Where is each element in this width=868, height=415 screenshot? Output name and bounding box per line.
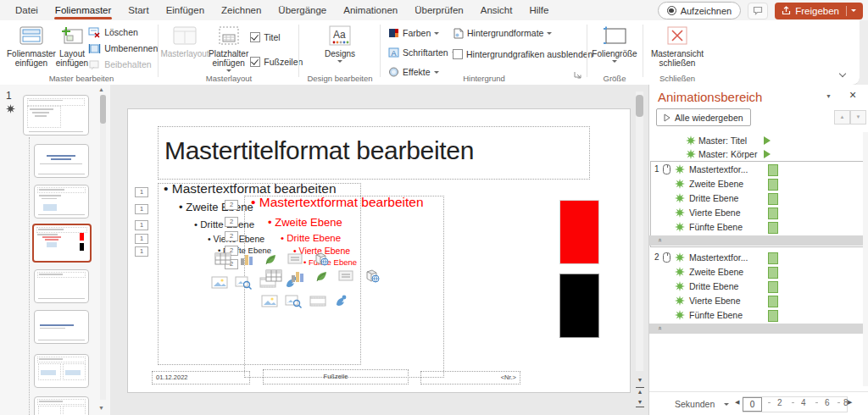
animation-number-badge[interactable]: 1 xyxy=(135,246,148,257)
scroll-up-icon[interactable]: ▲ xyxy=(98,86,104,92)
play-from-icon[interactable] xyxy=(764,136,771,145)
insert-layout-button[interactable]: Layout einfügen xyxy=(56,21,88,72)
insert-icons-icon[interactable] xyxy=(333,294,348,312)
animation-duration-bar[interactable] xyxy=(768,193,778,205)
thumbnail-scrollbar-track[interactable] xyxy=(100,95,106,400)
share-button[interactable]: Freigeben xyxy=(775,3,863,19)
animation-item-master-title[interactable]: Master: Titel xyxy=(649,134,863,147)
animation-item[interactable]: Fünfte Ebene xyxy=(649,220,863,234)
animation-number-badge[interactable]: 1 xyxy=(135,204,148,214)
bullet-line[interactable]: • Zweite Ebene xyxy=(179,201,253,213)
insert-stock-image-icon[interactable] xyxy=(285,294,302,312)
animation-duration-bar[interactable] xyxy=(768,296,778,307)
animation-item[interactable]: 1 Mastertextfor... xyxy=(649,163,863,176)
share-dropdown-icon[interactable] xyxy=(851,9,856,12)
animation-item[interactable]: Zweite Ebene xyxy=(649,177,863,191)
slide-title-text[interactable]: Mastertitelformat bearbeiten xyxy=(164,136,474,165)
canvas-scrollbar-track[interactable] xyxy=(636,91,643,371)
timeline-unit-dropdown[interactable]: Sekunden xyxy=(675,399,715,409)
animation-item[interactable]: Vierte Ebene xyxy=(649,294,863,307)
animation-number-badge[interactable]: 2 xyxy=(225,200,238,210)
tab-ueberpruefen[interactable]: Überprüfen xyxy=(406,0,472,20)
collapse-group-bar[interactable]: » xyxy=(649,324,863,334)
slide-number-placeholder[interactable]: <Nr.> xyxy=(420,371,520,385)
tab-folienmaster[interactable]: Folienmaster xyxy=(47,0,120,20)
tab-animationen[interactable]: Animationen xyxy=(335,0,406,20)
tab-zeichnen[interactable]: Zeichnen xyxy=(213,0,270,20)
insert-placeholder-button[interactable]: Platzhalter einfügen xyxy=(209,21,248,72)
rename-button[interactable]: Umbenennen xyxy=(88,41,158,56)
animation-number-badge[interactable]: 1 xyxy=(135,220,148,230)
insert-3d-model-icon[interactable] xyxy=(362,268,381,286)
insert-video-icon[interactable] xyxy=(309,294,326,312)
animation-number-badge[interactable]: 1 xyxy=(135,187,148,197)
next-slide-icon[interactable]: ▼ xyxy=(636,398,644,407)
layout-thumbnail[interactable] xyxy=(34,354,89,388)
pane-menu-icon[interactable]: ▼ xyxy=(826,93,832,99)
background-styles-button[interactable]: Hintergrundformate xyxy=(453,25,593,41)
tab-datei[interactable]: Datei xyxy=(7,0,47,20)
tab-start[interactable]: Start xyxy=(120,0,157,20)
red-bullet-line[interactable]: • Zweite Ebene xyxy=(268,216,342,229)
pane-close-icon[interactable]: × xyxy=(849,88,856,102)
scroll-down-icon[interactable]: ▼ xyxy=(636,376,644,385)
animation-duration-bar[interactable] xyxy=(768,310,778,322)
pane-scrollbar-track[interactable] xyxy=(863,132,868,386)
animation-item[interactable]: Dritte Ebene xyxy=(649,279,863,293)
red-bullet-line[interactable]: • Dritte Ebene xyxy=(281,233,341,243)
animation-item[interactable]: Zweite Ebene xyxy=(649,265,863,279)
insert-smartart-icon[interactable] xyxy=(314,268,331,286)
animation-item[interactable]: 2 Mastertextfor... xyxy=(649,251,863,264)
footer-placeholder[interactable]: Fußzeile xyxy=(263,369,409,385)
delete-button[interactable]: Löschen xyxy=(88,25,158,40)
checkbox-checked-icon[interactable] xyxy=(250,32,260,42)
play-from-icon[interactable] xyxy=(764,150,771,158)
slide[interactable]: Mastertitelformat bearbeiten • Mastertex… xyxy=(127,108,631,393)
fonts-button[interactable]: ASchriftarten xyxy=(388,45,457,60)
checkbox-unchecked-icon[interactable] xyxy=(453,49,463,59)
insert-stock-image-icon[interactable] xyxy=(235,275,252,293)
close-master-view-button[interactable]: Masteransicht schließen xyxy=(648,21,707,68)
animation-item-master-body[interactable]: Master: Körper xyxy=(649,147,863,161)
black-rectangle-shape[interactable] xyxy=(559,274,599,338)
insert-smartart-icon[interactable] xyxy=(263,252,280,269)
timeline-scroll-left-icon[interactable]: ◀ xyxy=(735,399,739,406)
play-all-button[interactable]: Alle wiedergeben xyxy=(656,108,751,126)
thumbnail-scrollbar-thumb[interactable] xyxy=(100,95,106,124)
insert-text-frame-icon[interactable] xyxy=(337,268,354,286)
animation-number-badge[interactable]: 2 xyxy=(225,231,238,241)
insert-chart-icon[interactable] xyxy=(238,252,255,269)
insert-picture-icon[interactable] xyxy=(211,275,228,293)
canvas-scrollbar-thumb[interactable] xyxy=(636,95,643,117)
animation-duration-bar[interactable] xyxy=(768,208,778,219)
animation-duration-bar[interactable] xyxy=(768,164,778,176)
insert-table-icon[interactable] xyxy=(265,268,282,286)
tab-einfuegen[interactable]: Einfügen xyxy=(158,0,213,20)
insert-3d-model-icon[interactable] xyxy=(311,252,330,269)
checkbox-checked-icon[interactable] xyxy=(250,57,260,67)
tab-uebergaenge[interactable]: Übergänge xyxy=(270,0,335,20)
insert-chart-icon[interactable] xyxy=(289,268,306,286)
animation-number-badge[interactable]: 2 xyxy=(225,217,238,227)
layout-thumbnail[interactable] xyxy=(34,310,89,344)
animation-duration-bar[interactable] xyxy=(768,179,778,191)
insert-picture-icon[interactable] xyxy=(261,294,278,312)
layout-thumbnail[interactable] xyxy=(34,269,89,303)
animation-item[interactable]: Fünfte Ebene xyxy=(649,308,863,322)
insert-table-icon[interactable] xyxy=(214,252,231,269)
layout-thumbnail[interactable] xyxy=(34,396,89,415)
layout-thumbnail[interactable] xyxy=(34,185,89,219)
animation-number-badge[interactable]: 1 xyxy=(135,234,148,244)
insert-text-frame-icon[interactable] xyxy=(287,252,303,269)
animation-duration-bar[interactable] xyxy=(768,267,778,279)
selected-layout-thumbnail[interactable] xyxy=(32,224,92,263)
tab-hilfe[interactable]: Hilfe xyxy=(520,0,557,20)
animation-duration-bar[interactable] xyxy=(768,222,778,234)
collapse-ribbon-icon[interactable] xyxy=(839,71,846,78)
animation-item[interactable]: Vierte Ebene xyxy=(649,206,863,219)
colors-button[interactable]: Farben xyxy=(388,25,457,41)
themes-button[interactable]: Aa Designs xyxy=(315,21,364,63)
previous-slide-icon[interactable]: ▲ xyxy=(636,387,644,396)
record-button[interactable]: Aufzeichnen xyxy=(658,2,742,19)
insert-slide-master-button[interactable]: Folienmaster einfügen xyxy=(7,21,56,72)
